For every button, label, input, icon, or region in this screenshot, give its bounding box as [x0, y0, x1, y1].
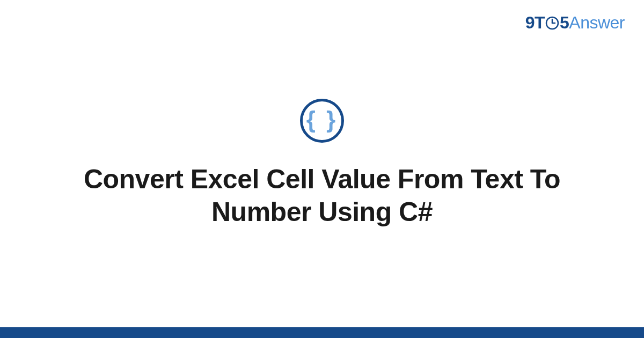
content-area: { } Convert Excel Cell Value From Text T… [0, 0, 644, 327]
code-braces-icon: { } [300, 99, 344, 143]
bottom-accent-bar [0, 327, 644, 338]
braces-glyph: { } [306, 108, 338, 131]
page-title: Convert Excel Cell Value From Text To Nu… [80, 163, 564, 229]
